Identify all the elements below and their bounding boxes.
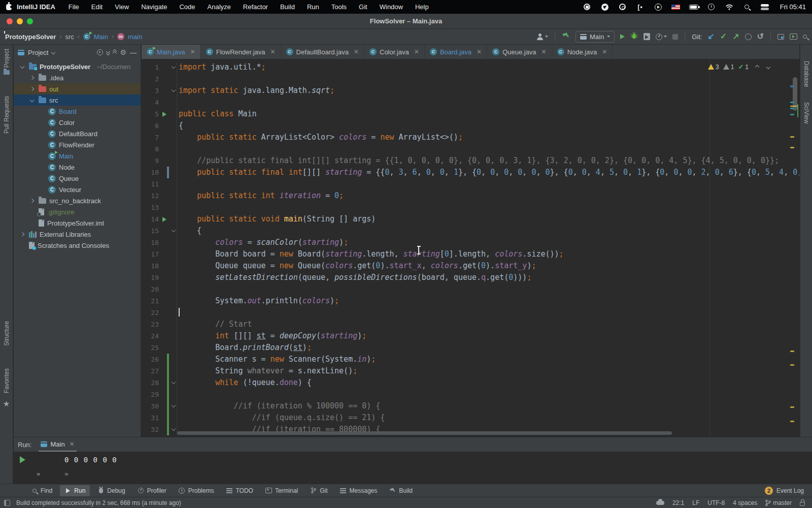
wifi-icon[interactable]: [725, 3, 734, 11]
git-commit-icon[interactable]: ✓: [720, 33, 727, 41]
tree-item-external-libraries[interactable]: External Libraries: [14, 229, 141, 240]
toolwindow-button-favorites[interactable]: Favorites: [3, 368, 10, 395]
tree-item-flowrender[interactable]: CFlowRender: [14, 139, 141, 150]
menu-item-tools[interactable]: Tools: [325, 3, 353, 11]
tree-item-prototypesolver[interactable]: PrototypeSolver~/Documen: [14, 61, 141, 72]
code-line[interactable]: 5public class Main: [142, 108, 799, 120]
build-hammer-icon[interactable]: [562, 32, 570, 42]
tree-item-defaultboard[interactable]: CDefaultBoard: [14, 128, 141, 139]
close-icon[interactable]: ✕: [190, 48, 195, 55]
code-line[interactable]: 25 Board.printBoard(st);: [142, 342, 799, 354]
hide-panel-icon[interactable]: —: [130, 49, 137, 56]
tab-color-java[interactable]: CColor.java✕: [364, 45, 425, 59]
app-menu[interactable]: IntelliJ IDEA: [12, 3, 62, 11]
fold-icon[interactable]: [170, 424, 177, 435]
close-icon[interactable]: ✕: [270, 48, 276, 55]
event-log-button[interactable]: 2 Event Log: [765, 487, 812, 495]
console-expand-icon[interactable]: »: [64, 470, 68, 478]
favorites-star-icon[interactable]: ★: [3, 399, 10, 408]
control-center-icon[interactable]: [760, 3, 769, 11]
time-machine-icon[interactable]: [707, 3, 716, 11]
gear-icon[interactable]: ⚙: [120, 48, 126, 56]
tab-queue-java[interactable]: CQueue.java✕: [487, 45, 552, 59]
menu-item-git[interactable]: Git: [353, 3, 374, 11]
menu-clock[interactable]: Fri 05:41: [780, 3, 806, 11]
close-icon[interactable]: ✕: [602, 48, 607, 55]
tree-item-src-no-backtrack[interactable]: src_no_backtrack: [14, 195, 141, 206]
toolwindow-button-sciview[interactable]: SciView: [803, 102, 810, 125]
toolwindow-button-project[interactable]: Project: [3, 49, 10, 75]
play-circle-icon[interactable]: [654, 3, 663, 11]
toolwindow-button-pull-requests[interactable]: Pull Requests: [3, 96, 10, 136]
code-line[interactable]: 2: [142, 73, 799, 85]
toolwindow-button-run[interactable]: Run: [60, 485, 90, 496]
apple-menu-icon[interactable]: [6, 4, 12, 10]
menu-item-file[interactable]: File: [62, 3, 85, 11]
tree-item-out[interactable]: out: [14, 83, 141, 94]
file-encoding[interactable]: UTF-8: [707, 499, 725, 506]
code-line[interactable]: 27 String whatever = s.nextLine();: [142, 365, 799, 377]
tree-item-src[interactable]: src: [14, 94, 141, 106]
run-tab-main[interactable]: Main ✕: [39, 437, 76, 452]
toolwindow-button-profiler[interactable]: Profiler: [133, 485, 171, 496]
fold-icon[interactable]: [170, 85, 177, 97]
code-line[interactable]: 12 public static int iteration = 0;: [142, 190, 799, 202]
menu-item-edit[interactable]: Edit: [85, 3, 109, 11]
tab-main-java[interactable]: CMain.java✕: [142, 45, 201, 59]
expand-all-icon[interactable]: [107, 50, 110, 55]
close-icon[interactable]: ✕: [414, 48, 419, 55]
project-panel-title[interactable]: Project: [28, 49, 48, 56]
toolwindow-button-problems[interactable]: !Problems: [174, 485, 219, 496]
chevron-right-icon[interactable]: [28, 199, 36, 202]
tree-item-scratches-and-consoles[interactable]: Scratches and Consoles: [14, 240, 141, 251]
screen-record-icon[interactable]: [583, 3, 592, 11]
rerun-icon[interactable]: [20, 456, 25, 465]
breadcrumb-class[interactable]: Main: [94, 33, 108, 41]
next-problem-icon[interactable]: [766, 65, 770, 69]
git-branch-widget[interactable]: master: [765, 499, 792, 506]
menu-item-refactor[interactable]: Refactor: [237, 3, 274, 11]
tree-item-vecteur[interactable]: CVecteur: [14, 184, 141, 195]
history-icon[interactable]: [745, 34, 752, 40]
inspections-widget[interactable]: 3 1 ✓1: [708, 63, 770, 71]
tab-board-java[interactable]: CBoard.java✕: [425, 45, 487, 59]
toolwindow-button-messages[interactable]: Messages: [335, 485, 382, 496]
code-line[interactable]: 14 public static void main(String [] arg…: [142, 213, 799, 225]
code-line[interactable]: 10 public static final int[][] starting …: [142, 167, 799, 178]
code-line[interactable]: 15 {: [142, 225, 799, 237]
run-line-icon[interactable]: [159, 213, 170, 225]
changes-icon[interactable]: [777, 34, 784, 40]
battery-icon[interactable]: [689, 3, 698, 11]
code-line[interactable]: 20: [142, 283, 799, 295]
chevron-down-icon[interactable]: [19, 65, 26, 68]
code-line[interactable]: 8: [142, 143, 799, 155]
code-line[interactable]: 9 //public static final int[][] starting…: [142, 155, 799, 167]
chevron-down-icon[interactable]: [28, 99, 36, 102]
screenshot-icon[interactable]: [•: [636, 3, 645, 11]
code-line[interactable]: 4: [142, 97, 799, 108]
run-console[interactable]: 0 0 0 0 0 0 » »: [14, 452, 812, 484]
fold-icon[interactable]: [170, 400, 177, 412]
search-icon[interactable]: [803, 35, 807, 39]
code-line[interactable]: 29: [142, 389, 799, 400]
code-line[interactable]: 31 //if (queue.q.size() == 21) {: [142, 412, 799, 424]
chevron-right-icon[interactable]: [19, 233, 26, 236]
collapse-all-icon[interactable]: [113, 50, 116, 55]
chevron-down-icon[interactable]: [51, 50, 55, 54]
debug-icon[interactable]: [630, 32, 638, 41]
close-icon[interactable]: ✕: [542, 48, 547, 55]
rollback-icon[interactable]: ↺: [757, 33, 764, 41]
menu-item-run[interactable]: Run: [301, 3, 325, 11]
toolwindow-button-terminal[interactable]: Terminal: [261, 485, 302, 496]
toolwindow-button-structure[interactable]: Structure: [3, 321, 10, 348]
sync-cloud-icon[interactable]: [656, 501, 664, 505]
run-line-icon[interactable]: [159, 108, 170, 120]
close-icon[interactable]: ✕: [477, 48, 482, 55]
tree-item-queue[interactable]: CQueue: [14, 173, 141, 184]
code-editor[interactable]: 1import java.util.*;23import static java…: [142, 59, 799, 437]
git-push-icon[interactable]: ↗: [732, 33, 739, 41]
code-line[interactable]: 16 colors = scanColor(starting);: [142, 237, 799, 248]
stop-icon[interactable]: [672, 34, 678, 40]
run-icon[interactable]: [620, 34, 625, 39]
line-separator[interactable]: LF: [692, 499, 699, 506]
